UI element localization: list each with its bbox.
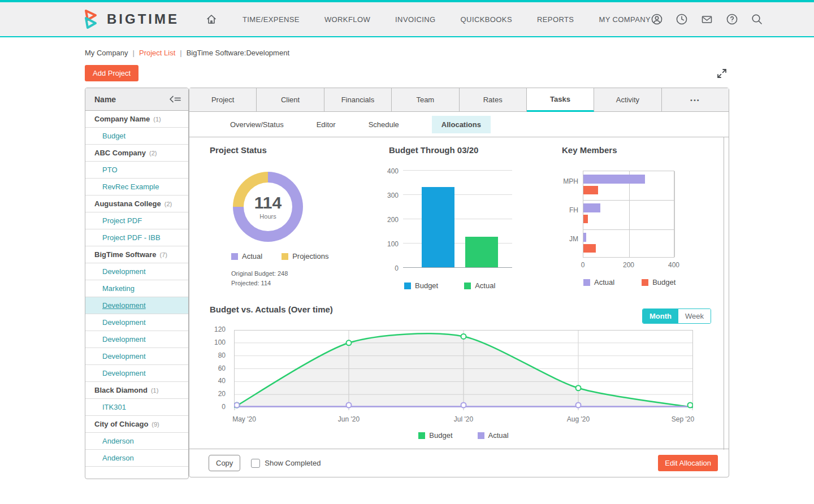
add-project-button[interactable]: Add Project [85, 65, 138, 81]
breadcrumb-item-project-list[interactable]: Project List [139, 49, 175, 57]
nav-reports[interactable]: REPORTS [537, 15, 574, 24]
line-y-tick: 120 [206, 325, 226, 333]
line-chart-svg [234, 330, 693, 411]
breadcrumb-item-bigtime-software-development[interactable]: BigTime Software:Development [187, 49, 289, 57]
subtab-schedule[interactable]: Schedule [369, 120, 399, 129]
actual-point-aug-20 [576, 403, 581, 408]
allocations-content: Project Status 114 Hours ActualProjectio… [189, 137, 729, 450]
copy-button[interactable]: Copy [209, 455, 240, 471]
nav-quickbooks[interactable]: QUICKBOOKS [461, 15, 512, 24]
breadcrumb-item-my-company[interactable]: My Company [85, 49, 128, 57]
donut-hours-value: 114 [254, 194, 282, 211]
line-legend: BudgetActual [234, 431, 693, 440]
legend-swatch-budget [404, 283, 411, 289]
breadcrumb: My Company|Project List|BigTime Software… [85, 49, 289, 57]
legend-swatch-actual [583, 279, 590, 286]
sidebar-item-itk301[interactable]: ITK301 [85, 399, 188, 416]
subtab-allocations[interactable]: Allocations [432, 116, 491, 133]
brand-name: BIGTIME [107, 11, 179, 27]
sidebar-row-label: Development [102, 369, 146, 377]
breadcrumb-separator: | [133, 49, 135, 57]
budget-gridline [403, 170, 512, 171]
budget-y-axis: 0100200300400 [389, 171, 403, 268]
tab-financials[interactable]: Financials [324, 88, 392, 112]
key-members-x-tick: 200 [623, 261, 634, 269]
tab-tasks[interactable]: Tasks [527, 88, 594, 112]
line-x-tick-jul-20: Jul '20 [454, 415, 473, 423]
sidebar-item-marketing[interactable]: Marketing [85, 280, 188, 297]
donut-chart: 114 Hours [233, 172, 303, 242]
sidebar-item-development[interactable]: Development [85, 297, 188, 314]
mail-icon[interactable] [700, 13, 713, 25]
clock-icon[interactable] [676, 13, 688, 25]
donut-notes: Original Budget: 248Projected: 114 [231, 269, 379, 288]
sidebar-rows: Company Name(1)BudgetABC Company(2)PTORe… [85, 111, 188, 467]
sidebar-item-development[interactable]: Development [85, 263, 188, 280]
sidebar-row-label: ABC Company [94, 149, 146, 157]
key-members-gridline [629, 171, 630, 257]
sidebar-row-label: Project PDF [102, 216, 142, 225]
sidebar-item-anderson[interactable]: Anderson [85, 450, 188, 467]
tab-team[interactable]: Team [392, 88, 459, 112]
show-completed-checkbox[interactable] [251, 459, 260, 468]
tab-rates[interactable]: Rates [460, 88, 527, 112]
search-icon[interactable] [751, 13, 763, 25]
edit-allocation-button[interactable]: Edit Allocation [658, 455, 718, 471]
expand-icon[interactable] [716, 67, 728, 80]
sidebar-item-budget[interactable]: Budget [85, 128, 188, 145]
key-members-cat-jm: JM [569, 235, 578, 243]
sidebar-row-label: Anderson [102, 454, 134, 462]
key-members-plot-wrap: MPHFHJM [562, 171, 709, 258]
nav-workflow[interactable]: WORKFLOW [324, 15, 370, 24]
sidebar-row-label: Development [102, 267, 146, 276]
user-icon[interactable] [651, 13, 663, 25]
tab-client[interactable]: Client [257, 88, 324, 112]
nav-time-expense[interactable]: TIME/EXPENSE [243, 15, 300, 24]
budget-vs-actuals-chart [234, 330, 693, 411]
content-scrollbar-track[interactable] [724, 137, 724, 450]
tab-activity[interactable]: Activity [594, 88, 661, 112]
main-nav: TIME/EXPENSEWORKFLOWINVOICINGQUICKBOOKSR… [205, 13, 651, 25]
tab-bar: ProjectClientFinancialsTeamRatesTasksAct… [189, 88, 729, 112]
sidebar-group-abc-company[interactable]: ABC Company(2) [85, 145, 188, 162]
donut-center: 114 Hours [244, 183, 292, 231]
project-status-chart: Project Status 114 Hours ActualProjectio… [210, 145, 379, 288]
sidebar-group-black-diamond[interactable]: Black Diamond(1) [85, 382, 188, 399]
toggle-week[interactable]: Week [678, 309, 711, 323]
header-icon-group [651, 13, 763, 25]
toggle-month[interactable]: Month [643, 309, 678, 323]
bar-actual [465, 237, 498, 267]
subtab-editor[interactable]: Editor [317, 120, 336, 129]
sidebar-group-company-name[interactable]: Company Name(1) [85, 111, 188, 128]
tab-project[interactable]: Project [189, 88, 257, 112]
home-icon[interactable] [205, 13, 218, 25]
sidebar-item-development[interactable]: Development [85, 314, 188, 331]
sidebar-item-development[interactable]: Development [85, 331, 188, 348]
help-icon[interactable] [726, 13, 738, 25]
legend-swatch-actual [231, 253, 238, 260]
nav-my-company[interactable]: MY COMPANY [599, 15, 651, 24]
nav-invoicing[interactable]: INVOICING [395, 15, 436, 24]
bigtime-logo[interactable]: BIGTIME [82, 8, 179, 31]
sidebar-item-revrec-example[interactable]: RevRec Example [85, 179, 188, 195]
tab-more[interactable]: ••• [662, 88, 729, 112]
sidebar-item-development[interactable]: Development [85, 348, 188, 365]
donut-note: Projected: 114 [231, 279, 379, 288]
donut-legend: ActualProjections [231, 252, 379, 260]
sidebar-item-pto[interactable]: PTO [85, 162, 188, 179]
legend-label: Actual [594, 278, 614, 286]
subtab-overview-status[interactable]: Overview/Status [230, 120, 284, 129]
sidebar-item-project-pdf[interactable]: Project PDF [85, 212, 188, 229]
collapse-panel-icon[interactable] [169, 95, 181, 104]
sidebar-group-augustana-college[interactable]: Augustana College(2) [85, 195, 188, 212]
key-members-legend: ActualBudget [583, 278, 709, 286]
sidebar-item-anderson[interactable]: Anderson [85, 433, 188, 450]
sidebar-item-project-pdf-ibb[interactable]: Project PDF - IBB [85, 229, 188, 246]
sidebar-row-label: RevRec Example [102, 183, 159, 191]
sidebar-group-city-of-chicago[interactable]: City of Chicago(9) [85, 416, 188, 433]
sidebar-row-label: ITK301 [102, 403, 126, 411]
legend-projections: Projections [282, 252, 328, 260]
sidebar-item-development[interactable]: Development [85, 365, 188, 382]
sidebar-group-bigtime-software[interactable]: BigTime Software(7) [85, 246, 188, 263]
legend-swatch-budget [418, 432, 425, 439]
